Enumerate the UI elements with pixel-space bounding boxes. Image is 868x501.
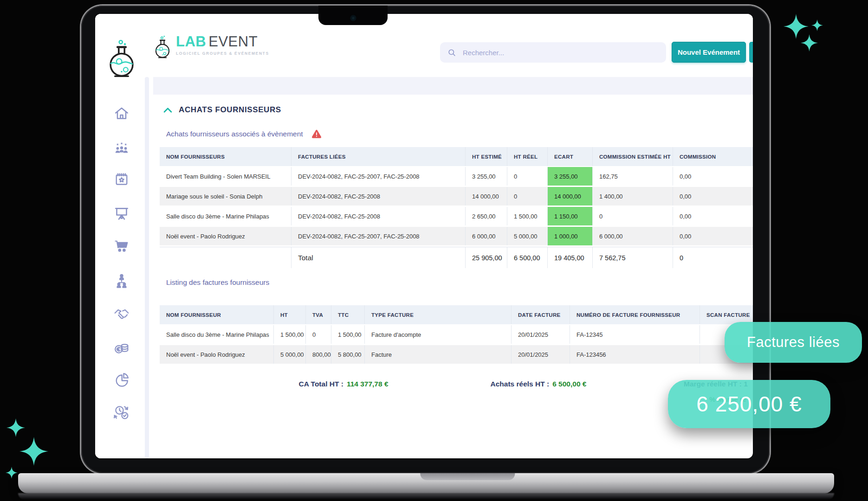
cell-invoices: DEV-2024-0082, FAC-25-2008: [291, 207, 466, 225]
invoice-listing-title: Listing des factures fournisseurs: [166, 278, 269, 287]
subtitle-row: Achats fournisseurs associés à évènement: [166, 129, 322, 139]
app-logo[interactable]: LABEVENT LOGICIEL GROUPES & ÉVÉNEMENTS: [154, 34, 269, 59]
total-ecart: 19 405,00: [548, 247, 593, 268]
home-icon: [113, 105, 130, 122]
laptop-frame: LABEVENT LOGICIEL GROUPES & ÉVÉNEMENTS N…: [81, 6, 770, 473]
sidebar-item-partners[interactable]: [111, 303, 132, 325]
search-bar[interactable]: [440, 42, 666, 63]
table-row[interactable]: Salle disco du 3ème - Marine Philapas 1 …: [160, 325, 753, 345]
cell-commission: 0,00: [673, 227, 753, 245]
cell-supplier: Noël event - Paolo Rodriguez: [160, 345, 274, 364]
table-header-row: NOM FOURNISSEUR HT TVA TTC TYPE FACTURE …: [160, 305, 753, 325]
cell-tva: 0: [306, 325, 331, 344]
clock-check-icon: [113, 404, 130, 421]
table-row[interactable]: Noël event - Paolo Rodriguez DEV-2024-00…: [160, 227, 753, 247]
cell-date: 20/01/2025: [512, 325, 570, 344]
sidebar-item-purchases[interactable]: [111, 236, 132, 257]
column-header: ECART: [548, 147, 593, 166]
coins-icon: [113, 339, 130, 356]
laptop-base-edge: [18, 493, 834, 500]
cell-numero: FA-12345: [570, 325, 700, 344]
cell-commission: 0,00: [673, 187, 753, 206]
cell-invoices: DEV-2024-0082, FAC-25-2008: [291, 187, 466, 206]
chevron-up-icon[interactable]: [163, 107, 172, 113]
warning-icon: [311, 129, 322, 139]
total-commission-estimee: 7 562,75: [593, 247, 673, 268]
search-icon: [447, 48, 456, 57]
org-chart-icon: [113, 272, 130, 289]
table-row[interactable]: Noël event - Paolo Rodriguez 5 000,00 80…: [160, 345, 753, 365]
cell-tva: 800,00: [306, 345, 331, 364]
cell-commission: 0,00: [673, 207, 753, 225]
cell-numero: FA-123456: [570, 345, 700, 364]
clipped-button[interactable]: [749, 42, 753, 63]
sidebar-item-home[interactable]: [111, 103, 132, 124]
cell-commission-estimee: 6 000,00: [593, 227, 673, 245]
calendar-star-icon: [113, 171, 130, 188]
cell-commission-estimee: 0: [593, 207, 673, 225]
search-input[interactable]: [463, 49, 659, 57]
sidebar: [95, 14, 149, 458]
flask-logo-icon: [107, 38, 136, 81]
table-row[interactable]: Salle disco du 3ème - Marine Philapas DE…: [160, 207, 753, 227]
laptop-base: [18, 473, 834, 494]
cell-supplier: Noël event - Paolo Rodriguez: [160, 227, 291, 245]
cell-ttc: 5 800,00: [331, 345, 365, 364]
cell-supplier: Salle disco du 3ème - Marine Philapas: [160, 325, 274, 344]
table-header-row: NOM FOURNISSEURS FACTURES LIÉES HT ESTIM…: [160, 147, 753, 167]
achats-reels-value: 6 500,00 €: [552, 380, 586, 388]
table-row[interactable]: Divert Team Building - Solen MARSEIL DEV…: [160, 167, 753, 187]
cell-ecart: 3 255,00: [548, 167, 593, 186]
cell-ht-reel: 5 000,00: [507, 227, 548, 245]
cell-ht-estime: 6 000,00: [466, 227, 507, 245]
header-band: [153, 77, 753, 95]
cell-ecart: 1 150,00: [548, 207, 593, 225]
column-header: SCAN FACTURE: [700, 305, 753, 324]
cell-type: Facture: [365, 345, 512, 364]
cell-date: 20/01/2025: [512, 345, 570, 364]
linked-invoices-pill[interactable]: Factures liées: [725, 322, 862, 363]
column-header: HT RÉEL: [507, 147, 548, 166]
cell-ecart: 14 000,00: [548, 187, 593, 206]
total-label: Total: [291, 247, 466, 268]
sidebar-item-planning[interactable]: [111, 402, 132, 423]
table-total-row: Total 25 905,00 6 500,00 19 405,00 7 562…: [160, 247, 753, 268]
sparkle-icon: [811, 19, 823, 31]
ca-total-label: CA Total HT :: [298, 380, 343, 388]
cart-icon: [113, 238, 130, 255]
sidebar-item-organization[interactable]: [111, 270, 132, 291]
ca-total: CA Total HT : 114 377,78 €: [279, 380, 408, 388]
app-header: LABEVENT LOGICIEL GROUPES & ÉVÉNEMENTS N…: [95, 14, 753, 77]
sidebar-item-stats[interactable]: [111, 369, 132, 391]
logo-tagline: LOGICIEL GROUPES & ÉVÉNEMENTS: [176, 51, 269, 56]
cell-ecart: 1 000,00: [548, 227, 593, 245]
cell-ht-estime: 2 650,00: [466, 207, 507, 225]
column-header: TVA: [306, 305, 331, 324]
app-screen: LABEVENT LOGICIEL GROUPES & ÉVÉNEMENTS N…: [95, 14, 753, 458]
sidebar-scrollbar[interactable]: [145, 77, 149, 458]
sparkle-icon: [19, 437, 48, 466]
sidebar-item-finance[interactable]: [111, 337, 132, 358]
cell-supplier: Mariage sous le soleil - Sonia Delph: [160, 187, 291, 206]
column-header: DATE FACTURE: [512, 305, 570, 324]
stage: LABEVENT LOGICIEL GROUPES & ÉVÉNEMENTS N…: [0, 0, 868, 501]
purchases-subtitle: Achats fournisseurs associés à évènement: [166, 130, 303, 138]
sidebar-item-presentation[interactable]: [111, 202, 132, 224]
invoices-table: NOM FOURNISSEUR HT TVA TTC TYPE FACTURE …: [160, 305, 753, 365]
ca-total-value: 114 377,78 €: [347, 380, 389, 388]
margin-value-badge: 6 250,00 €: [668, 380, 830, 428]
column-header: HT ESTIMÉ: [466, 147, 507, 166]
cell-commission-estimee: 1 400,00: [593, 187, 673, 206]
section-header: ACHATS FOURNISSEURS: [163, 105, 281, 115]
logo-word-event: EVENT: [208, 33, 258, 50]
achats-reels: Achats réels HT : 6 500,00 €: [473, 380, 603, 388]
table-row[interactable]: Mariage sous le soleil - Sonia Delph DEV…: [160, 187, 753, 207]
column-header: COMMISSION ESTIMÉE HT: [593, 147, 673, 166]
total-ht-estime: 25 905,00: [466, 247, 507, 268]
sidebar-item-groups[interactable]: [111, 137, 132, 159]
pie-chart-icon: [113, 372, 130, 388]
new-event-button[interactable]: Nouvel Evénement: [672, 42, 746, 63]
cell-ht-reel: 0: [507, 167, 548, 186]
sidebar-item-calendar[interactable]: [111, 169, 132, 190]
camera-dot: [351, 16, 356, 20]
